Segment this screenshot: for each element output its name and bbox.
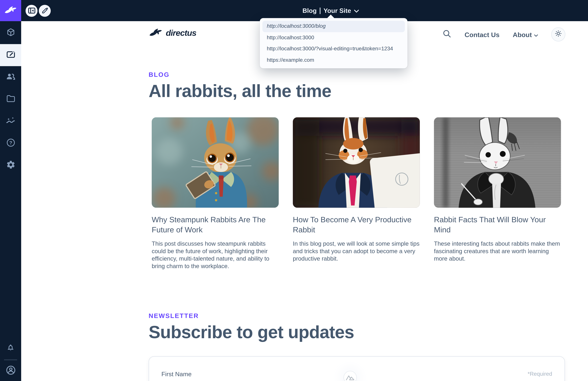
blog-eyebrow: BLOG: [149, 71, 169, 78]
site-preview: directus Contact Us About: [21, 21, 588, 381]
post-title[interactable]: Why Steampunk Rabbits Are The Future of …: [152, 215, 279, 235]
post-card[interactable]: How To Become A Very Productive Rabbit I…: [293, 117, 420, 262]
nav-link-contact[interactable]: Contact Us: [465, 31, 500, 38]
dock-panel-icon: [28, 7, 35, 14]
post-description: In this blog post, we will look at some …: [293, 240, 420, 262]
site-nav: Contact Us About: [443, 21, 566, 48]
sidebar-item-account[interactable]: [0, 364, 21, 378]
search-icon[interactable]: [443, 29, 451, 39]
sidebar-item-insights[interactable]: [0, 110, 21, 132]
sidebar-item-users[interactable]: [0, 66, 21, 88]
pencil-icon: [42, 7, 48, 14]
url-dropdown: http://localhost:3000/blog http://localh…: [260, 18, 407, 68]
mountains-icon: [346, 374, 355, 381]
first-name-label: First Name: [162, 370, 192, 378]
sidebar-item-files[interactable]: [0, 88, 21, 110]
cube-icon: [6, 27, 15, 39]
title-divider: [320, 7, 320, 14]
mountains-badge: [343, 371, 357, 381]
sidebar-item-content[interactable]: [0, 22, 21, 44]
site-brand-word: directus: [166, 28, 196, 38]
theme-toggle-button[interactable]: [551, 27, 566, 42]
module-bar: ?: [0, 0, 21, 381]
nav-contact-label: Contact Us: [465, 31, 500, 38]
sidebar-divider: [4, 359, 17, 360]
sidebar-item-settings[interactable]: [0, 154, 21, 176]
url-menu-item[interactable]: http://localhost:3000/?visual-editing=tr…: [262, 43, 405, 55]
chevron-down-icon: [534, 31, 538, 38]
app-window: Blog Your Site 1860 × 1020 100%: [0, 0, 588, 381]
help-icon: ?: [6, 138, 15, 149]
rabbit-logo-icon: [149, 27, 163, 39]
sun-icon: [555, 30, 562, 39]
nav-link-about[interactable]: About: [513, 31, 538, 38]
url-menu-item[interactable]: http://localhost:3000: [262, 32, 405, 43]
site-brand-link[interactable]: directus: [149, 27, 196, 39]
topbar-site-name: Your Site: [323, 7, 351, 14]
post-card[interactable]: Why Steampunk Rabbits Are The Future of …: [152, 117, 279, 270]
post-description: This post discusses how steampunk rabbit…: [152, 240, 279, 270]
bell-icon: [6, 343, 15, 354]
post-card[interactable]: Rabbit Facts That Will Blow Your Mind Th…: [434, 117, 561, 262]
account-circle-icon: [5, 365, 16, 377]
nav-about-label: About: [513, 31, 532, 38]
sparkle-path-icon: [6, 116, 16, 127]
url-menu-item[interactable]: http://localhost:3000/blog: [262, 21, 405, 32]
sidebar-item-visual-editor[interactable]: [0, 44, 21, 66]
directus-logo[interactable]: [0, 0, 21, 21]
chevron-down-icon: [354, 7, 359, 14]
required-hint: *Required: [528, 371, 552, 377]
url-menu-item[interactable]: https://example.com: [262, 54, 405, 66]
newsletter-form: First Name *Required: [149, 356, 565, 381]
folder-icon: [6, 94, 15, 104]
newsletter-eyebrow: NEWSLETTER: [149, 312, 199, 319]
gear-icon: [6, 160, 15, 171]
blog-title: All rabbits, all the time: [149, 80, 331, 102]
collapse-sidebar-button[interactable]: [26, 5, 38, 17]
post-image-victorian-rabbit[interactable]: [434, 117, 561, 208]
edit-square-icon: [6, 50, 15, 61]
post-image-steampunk-rabbit[interactable]: [152, 117, 279, 208]
post-description: These interesting facts about rabbits ma…: [434, 240, 561, 262]
post-image-business-rabbit[interactable]: [293, 117, 420, 208]
rabbit-logo-icon: [4, 5, 17, 16]
sidebar-item-notifications[interactable]: [0, 338, 21, 360]
topbar-page-name: Blog: [302, 7, 317, 14]
post-title[interactable]: How To Become A Very Productive Rabbit: [293, 215, 420, 235]
post-title[interactable]: Rabbit Facts That Will Blow Your Mind: [434, 215, 561, 235]
edit-mode-button[interactable]: [39, 5, 51, 17]
users-icon: [6, 72, 16, 83]
newsletter-title: Subscribe to get updates: [149, 321, 354, 343]
sidebar-item-help[interactable]: ?: [0, 132, 21, 154]
svg-text:?: ?: [9, 140, 12, 145]
